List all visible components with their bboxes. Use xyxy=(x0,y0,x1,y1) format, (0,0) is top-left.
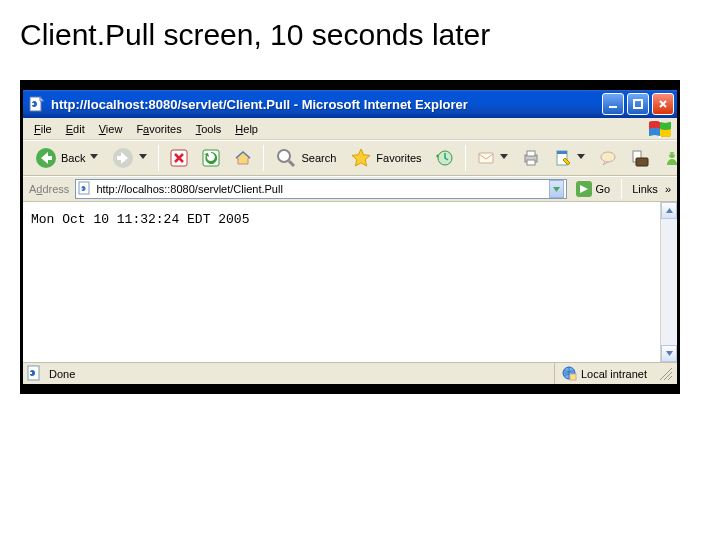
svg-rect-19 xyxy=(636,158,648,166)
menu-file[interactable]: File xyxy=(27,121,59,137)
status-text: Done xyxy=(49,368,548,380)
svg-rect-16 xyxy=(557,151,567,154)
chevron-down-icon xyxy=(139,154,147,162)
zone-label: Local intranet xyxy=(581,368,647,380)
page-icon xyxy=(78,181,92,197)
svg-point-17 xyxy=(601,152,615,162)
svg-point-21 xyxy=(669,153,671,155)
refresh-button[interactable] xyxy=(196,145,226,171)
chevron-down-icon xyxy=(577,154,585,162)
scroll-track[interactable] xyxy=(661,219,677,345)
ie-page-icon xyxy=(29,96,45,112)
menu-view[interactable]: View xyxy=(92,121,130,137)
svg-rect-1 xyxy=(609,106,617,108)
svg-rect-11 xyxy=(479,153,493,163)
address-field[interactable]: http://localhos::8080/servlet/Client.Pul… xyxy=(75,179,566,199)
print-button[interactable] xyxy=(516,145,546,171)
separator-icon xyxy=(155,145,162,171)
page-body: Mon Oct 10 11:32:24 EDT 2005 xyxy=(23,202,660,362)
security-zone: Local intranet xyxy=(554,363,653,384)
edit-button[interactable] xyxy=(548,145,591,171)
separator-icon xyxy=(260,145,267,171)
address-dropdown[interactable] xyxy=(549,180,564,198)
menu-tools[interactable]: Tools xyxy=(189,121,229,137)
back-button[interactable]: Back xyxy=(29,143,104,173)
address-label: Address xyxy=(29,183,69,195)
chevron-right-icon[interactable]: » xyxy=(665,183,671,195)
svg-rect-2 xyxy=(634,100,642,108)
status-bar: Done Local intranet xyxy=(23,362,677,384)
mail-button[interactable] xyxy=(471,145,514,171)
discuss-button[interactable] xyxy=(593,145,623,171)
search-label: Search xyxy=(301,152,336,164)
minimize-button[interactable] xyxy=(602,93,624,115)
history-button[interactable] xyxy=(430,145,460,171)
favorites-label: Favorites xyxy=(376,152,421,164)
links-label[interactable]: Links xyxy=(629,183,661,195)
separator-icon xyxy=(462,145,469,171)
svg-rect-27 xyxy=(570,374,576,380)
address-bar: Address http://localhos::8080/servlet/Cl… xyxy=(23,176,677,202)
intranet-icon xyxy=(561,365,577,383)
menu-favorites[interactable]: Favorites xyxy=(129,121,188,137)
windows-flag-icon xyxy=(647,120,673,140)
svg-rect-13 xyxy=(527,151,535,156)
slide-title: Client.Pull screen, 10 seconds later xyxy=(20,18,700,52)
forward-button[interactable] xyxy=(106,143,153,173)
home-button[interactable] xyxy=(228,145,258,171)
favorites-button[interactable]: Favorites xyxy=(344,143,427,173)
scroll-up-button[interactable] xyxy=(661,202,677,219)
toolbar: Back Search Fa xyxy=(23,140,677,176)
search-button[interactable]: Search xyxy=(269,143,342,173)
svg-point-9 xyxy=(278,150,290,162)
research-button[interactable] xyxy=(625,145,655,171)
resize-grip-icon[interactable] xyxy=(659,367,673,381)
chevron-down-icon xyxy=(500,154,508,162)
stop-button[interactable] xyxy=(164,145,194,171)
address-url: http://localhos::8080/servlet/Client.Pul… xyxy=(92,183,548,195)
window-title: http://localhost:8080/servlet/Client.Pul… xyxy=(51,97,599,112)
back-label: Back xyxy=(61,152,85,164)
go-label: Go xyxy=(596,183,611,195)
maximize-button[interactable] xyxy=(627,93,649,115)
close-button[interactable] xyxy=(652,93,674,115)
chevron-down-icon xyxy=(90,154,98,162)
go-button[interactable]: Go xyxy=(571,178,615,200)
separator-icon xyxy=(618,179,625,199)
menu-edit[interactable]: Edit xyxy=(59,121,92,137)
browser-window: http://localhost:8080/servlet/Client.Pul… xyxy=(20,80,680,394)
viewport: Mon Oct 10 11:32:24 EDT 2005 xyxy=(23,202,677,362)
vertical-scrollbar[interactable] xyxy=(660,202,677,362)
titlebar: http://localhost:8080/servlet/Client.Pul… xyxy=(23,90,677,118)
menu-bar: File Edit View Favorites Tools Help xyxy=(23,118,677,140)
svg-rect-14 xyxy=(527,160,535,165)
svg-point-20 xyxy=(669,152,675,158)
menu-help[interactable]: Help xyxy=(228,121,265,137)
svg-point-22 xyxy=(673,153,675,155)
messenger-button[interactable] xyxy=(657,145,687,171)
scroll-down-button[interactable] xyxy=(661,345,677,362)
ie-page-icon xyxy=(27,365,43,383)
